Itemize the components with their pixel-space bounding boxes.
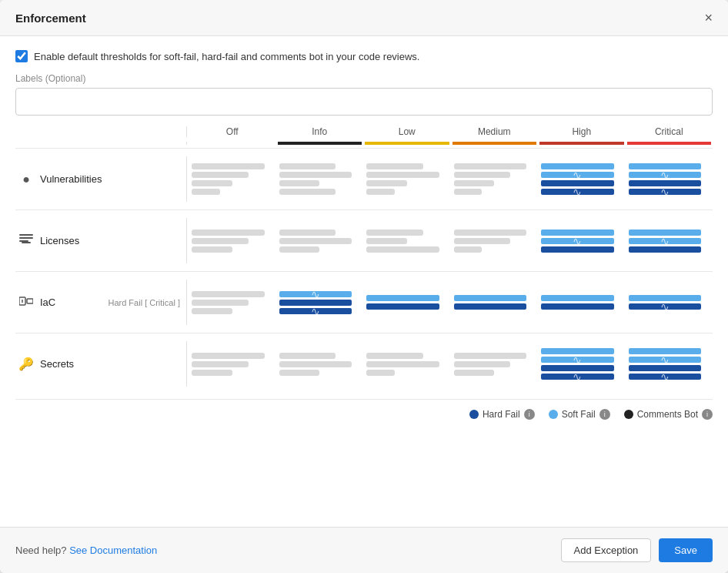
hard-fail-bar — [366, 303, 439, 310]
bar-info — [278, 142, 362, 145]
placeholder-bar — [279, 172, 352, 178]
secrets-col-medium[interactable] — [451, 347, 539, 381]
hard-fail-bar — [541, 180, 614, 186]
vuln-col-high[interactable] — [538, 162, 626, 196]
secrets-col-high[interactable] — [538, 347, 626, 381]
col-header-medium: Medium — [451, 126, 539, 137]
svg-rect-3 — [22, 242, 31, 243]
hard-fail-bar — [279, 300, 352, 306]
hard-fail-bar — [454, 303, 527, 310]
soft-fail-bar-wave — [541, 357, 614, 363]
comments-bot-info-icon[interactable]: i — [702, 409, 713, 420]
row-divider — [186, 341, 187, 387]
col-header-info: Info — [276, 126, 364, 137]
enable-checkbox[interactable] — [15, 50, 28, 62]
row-divider — [186, 218, 187, 263]
vuln-col-off[interactable] — [189, 162, 276, 196]
doc-link[interactable]: See Documentation — [69, 545, 157, 556]
iac-col-info[interactable] — [276, 290, 364, 316]
column-headers-group: Off Info Low Medium High Critical — [189, 126, 713, 137]
secrets-col-critical[interactable] — [626, 347, 713, 381]
placeholder-bar — [454, 172, 511, 178]
iac-col-medium[interactable] — [451, 290, 539, 316]
row-name-licenses: Licenses — [40, 235, 79, 246]
placeholder-bar — [192, 189, 220, 195]
vuln-col-info[interactable] — [276, 162, 364, 196]
iac-badge: Hard Fail [ Critical ] — [108, 298, 185, 307]
row-name-secrets: Secrets — [40, 358, 74, 370]
placeholder-bar — [279, 180, 320, 186]
placeholder-bar — [366, 370, 395, 376]
hard-fail-info-icon[interactable]: i — [524, 409, 535, 420]
vuln-col-low[interactable] — [363, 162, 451, 196]
placeholder-bar — [366, 189, 395, 195]
licenses-col-medium[interactable] — [451, 228, 539, 254]
placeholder-bar — [192, 163, 265, 169]
secrets-col-info[interactable] — [276, 347, 364, 381]
placeholder-bar — [192, 180, 232, 186]
soft-fail-bar-wave — [629, 357, 702, 363]
hard-fail-dot — [469, 410, 479, 419]
soft-fail-bar — [541, 348, 614, 354]
secrets-col-off[interactable] — [189, 347, 276, 381]
save-button[interactable]: Save — [659, 538, 713, 562]
placeholder-bar — [192, 246, 232, 253]
placeholder-bar — [454, 361, 511, 367]
licenses-col-high[interactable] — [538, 228, 626, 254]
bar-high — [539, 142, 624, 145]
placeholder-bar — [454, 246, 483, 253]
bar-divider — [186, 142, 187, 145]
col-header-critical: Critical — [626, 126, 713, 137]
licenses-col-low[interactable] — [363, 228, 451, 254]
hard-fail-bar-wave — [629, 374, 702, 380]
legend-hard-fail: Hard Fail i — [469, 409, 535, 420]
table-row[interactable]: Licenses — [15, 209, 713, 271]
placeholder-bar — [366, 246, 439, 253]
svg-rect-1 — [19, 237, 33, 239]
hard-fail-bar-wave — [541, 374, 614, 380]
row-label-licenses: Licenses — [15, 234, 185, 248]
licenses-col-off[interactable] — [189, 228, 276, 254]
vuln-icon: ● — [18, 173, 34, 186]
licenses-col-info[interactable] — [276, 228, 364, 254]
row-label-iac: IaC Hard Fail [ Critical ] — [15, 296, 185, 310]
add-exception-button[interactable]: Add Exception — [561, 538, 652, 562]
labels-section: Labels (Optional) — [15, 73, 713, 116]
row-label-vulnerabilities: ● Vulnerabilities — [15, 173, 185, 186]
soft-fail-bar — [279, 291, 352, 297]
licenses-col-critical[interactable] — [626, 228, 713, 254]
footer-actions: Add Exception Save — [561, 538, 713, 562]
checkbox-label: Enable default thresholds for soft-fail,… — [34, 51, 419, 62]
help-text: Need help? — [15, 545, 67, 556]
secrets-cols — [189, 347, 713, 381]
row-divider — [186, 280, 187, 325]
row-name-iac: IaC — [40, 297, 55, 308]
iac-col-high[interactable] — [538, 290, 626, 316]
col-header-high: High — [538, 126, 626, 137]
soft-fail-bar — [629, 348, 702, 354]
hard-fail-bar-wave — [629, 189, 702, 195]
secrets-col-low[interactable] — [363, 347, 451, 381]
soft-fail-info-icon[interactable]: i — [599, 409, 610, 420]
header-color-bars — [15, 142, 713, 145]
soft-fail-bar-wave — [629, 238, 702, 244]
labels-input[interactable] — [15, 88, 713, 116]
vuln-col-critical[interactable] — [626, 162, 713, 196]
hard-fail-bar — [541, 365, 614, 371]
vuln-col-medium[interactable] — [451, 162, 539, 196]
soft-fail-bar — [541, 163, 614, 169]
iac-col-off[interactable] — [189, 290, 276, 316]
close-button[interactable]: × — [704, 11, 713, 25]
soft-fail-bar — [454, 295, 527, 301]
soft-fail-bar — [629, 230, 702, 236]
bar-low — [365, 142, 449, 145]
soft-fail-bar — [629, 163, 702, 169]
iac-col-critical[interactable] — [626, 290, 713, 316]
threshold-table: Off Info Low Medium High Critical — [15, 126, 713, 424]
table-row[interactable]: IaC Hard Fail [ Critical ] — [15, 271, 713, 333]
table-row[interactable]: ● Vulnerabilities — [15, 148, 713, 209]
svg-rect-2 — [19, 240, 28, 242]
placeholder-bar — [454, 189, 483, 195]
table-row[interactable]: 🔑 Secrets — [15, 333, 713, 394]
iac-col-low[interactable] — [363, 290, 451, 316]
